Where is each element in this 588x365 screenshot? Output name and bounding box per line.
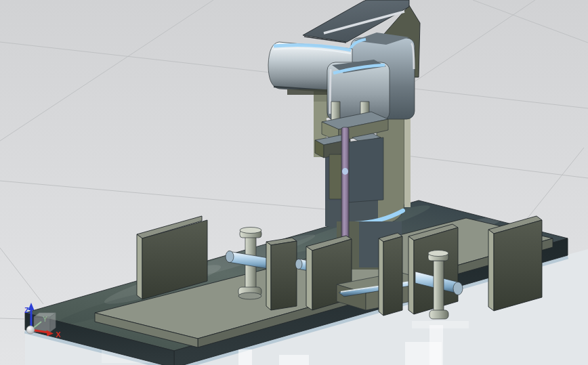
y-axis-label: Y (43, 316, 47, 323)
screw-flange (429, 310, 448, 319)
spindle-rod-body (341, 127, 349, 246)
cad-viewport[interactable]: Y Z X (0, 0, 588, 365)
rod-end-cap (226, 251, 234, 263)
ghost-leg (238, 349, 252, 365)
front-head-silver-edge (330, 69, 331, 114)
screw-flange-bottom (238, 293, 261, 299)
spindle-rod[interactable] (341, 127, 349, 246)
press-block-body (347, 137, 383, 202)
jaw-front-face (494, 220, 542, 311)
jaw-front-face (271, 241, 297, 310)
x-axis-label: X (56, 330, 61, 339)
z-axis-label: Z (24, 306, 29, 314)
jaw-side-face (488, 230, 494, 311)
origin-sphere[interactable] (26, 326, 35, 334)
rod-end-cap (453, 282, 463, 295)
jaw-side-face (408, 236, 414, 314)
screw-cap-top (240, 228, 261, 234)
shaded-3d-scene[interactable]: Y Z X (0, 0, 588, 365)
jaw-side-face (379, 238, 383, 316)
jaw-side-face (266, 242, 271, 310)
movable-jaw-left[interactable] (266, 238, 297, 310)
movable-jaw-right[interactable] (408, 224, 458, 314)
ghost-leg (279, 355, 309, 365)
ram-post (331, 102, 340, 121)
center-jaw-right[interactable] (379, 233, 402, 316)
jaw-front-face (383, 236, 402, 316)
screw-cap-top (428, 251, 448, 257)
spindle-rod-bead (342, 168, 348, 175)
jaw-side-face (306, 246, 312, 310)
fixed-jaw-right[interactable] (488, 216, 542, 311)
jaw-side-face (137, 234, 142, 299)
screw-body (434, 261, 444, 314)
plate-edge-sheen (412, 321, 469, 328)
rod-end-cap (295, 259, 302, 270)
ghost-screw (429, 325, 443, 365)
